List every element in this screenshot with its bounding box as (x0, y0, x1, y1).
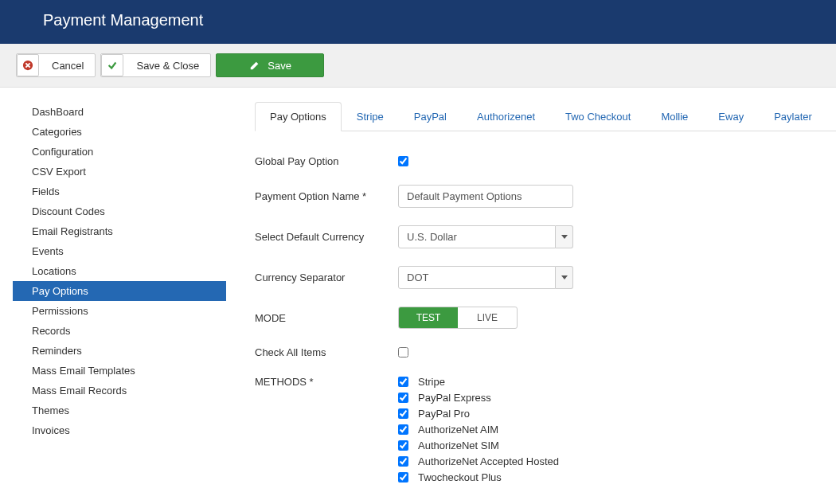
tab-mollie[interactable]: Mollie (646, 102, 703, 131)
mode-option-live[interactable]: LIVE (458, 307, 517, 328)
method-row: Stripe (398, 376, 559, 388)
method-checkbox[interactable] (398, 472, 408, 483)
tab-stripe[interactable]: Stripe (342, 102, 399, 131)
tabs-bar: Pay OptionsStripePayPalAuthorizenetTwo C… (255, 102, 836, 131)
save-close-button[interactable]: Save & Close (100, 53, 211, 77)
method-label: PayPal Pro (418, 408, 470, 420)
method-label: Twocheckout Plus (418, 471, 502, 483)
sidebar-item-invoices[interactable]: Invoices (13, 420, 226, 440)
action-toolbar: Cancel Save & Close Save (0, 44, 836, 88)
sidebar-item-locations[interactable]: Locations (13, 261, 226, 281)
sidebar-item-fields[interactable]: Fields (13, 182, 226, 201)
tab-paypal[interactable]: PayPal (399, 102, 462, 131)
tab-paylater[interactable]: Paylater (759, 102, 827, 131)
sidebar-item-email-registrants[interactable]: Email Registrants (13, 221, 226, 241)
separator-label: Currency Separator (255, 272, 398, 283)
payment-name-label: Payment Option Name * (255, 190, 398, 202)
method-row: PayPal Pro (398, 408, 559, 420)
save-close-label: Save & Close (136, 60, 199, 72)
sidebar: DashBoardCategoriesConfigurationCSV Expo… (0, 88, 239, 504)
method-checkbox[interactable] (398, 424, 408, 435)
method-label: AuthorizeNet AIM (418, 424, 498, 436)
method-row: AuthorizeNet SIM (398, 440, 559, 451)
methods-list: StripePayPal ExpressPayPal ProAuthorizeN… (398, 376, 559, 483)
currency-label: Select Default Currency (255, 231, 398, 243)
method-label: PayPal Express (418, 392, 491, 404)
method-label: AuthorizeNet SIM (418, 440, 499, 451)
method-checkbox[interactable] (398, 440, 408, 451)
cancel-icon (17, 54, 39, 76)
tab-pay-options[interactable]: Pay Options (255, 102, 342, 131)
method-label: Stripe (418, 376, 445, 388)
method-row: AuthorizeNet Accepted Hosted (398, 455, 559, 467)
edit-icon (248, 59, 261, 72)
page-header: Payment Management (0, 0, 836, 44)
method-checkbox[interactable] (398, 377, 408, 387)
sidebar-item-themes[interactable]: Themes (13, 400, 226, 420)
save-button[interactable]: Save (216, 53, 324, 77)
currency-value: U.S. Dollar (398, 225, 556, 248)
sidebar-item-pay-options[interactable]: Pay Options (13, 281, 226, 301)
sidebar-item-permissions[interactable]: Permissions (13, 301, 226, 321)
global-pay-checkbox[interactable] (398, 156, 408, 166)
chevron-down-icon[interactable] (556, 225, 573, 248)
currency-select[interactable]: U.S. Dollar (398, 225, 573, 248)
sidebar-item-discount-codes[interactable]: Discount Codes (13, 201, 226, 221)
sidebar-item-dashboard[interactable]: DashBoard (13, 102, 226, 122)
tab-eway[interactable]: Eway (703, 102, 759, 131)
sidebar-item-records[interactable]: Records (13, 321, 226, 341)
method-row: Twocheckout Plus (398, 471, 559, 483)
method-checkbox[interactable] (398, 393, 408, 403)
sidebar-item-configuration[interactable]: Configuration (13, 142, 226, 162)
checkall-label: Check All Items (255, 346, 398, 358)
separator-select[interactable]: DOT (398, 266, 573, 289)
method-label: AuthorizeNet Accepted Hosted (418, 455, 559, 467)
page-title: Payment Management (43, 11, 203, 29)
save-label: Save (268, 60, 291, 72)
main-panel: Pay OptionsStripePayPalAuthorizenetTwo C… (239, 88, 836, 504)
separator-value: DOT (398, 266, 556, 289)
tab-two-checkout[interactable]: Two Checkout (550, 102, 646, 131)
cancel-button[interactable]: Cancel (16, 53, 96, 77)
payment-name-input[interactable] (398, 185, 573, 208)
pay-options-form: Global Pay Option Payment Option Name * … (255, 131, 836, 483)
cancel-label: Cancel (52, 60, 84, 72)
method-row: AuthorizeNet AIM (398, 424, 559, 436)
tab-authorizenet[interactable]: Authorizenet (462, 102, 550, 131)
check-icon (101, 54, 123, 76)
sidebar-item-reminders[interactable]: Reminders (13, 341, 226, 361)
mode-option-test[interactable]: TEST (399, 307, 458, 328)
sidebar-item-mass-email-records[interactable]: Mass Email Records (13, 381, 226, 400)
chevron-down-icon[interactable] (556, 266, 573, 289)
sidebar-item-csv-export[interactable]: CSV Export (13, 162, 226, 182)
checkall-checkbox[interactable] (398, 347, 408, 357)
mode-label: MODE (255, 312, 398, 324)
method-row: PayPal Express (398, 392, 559, 404)
method-checkbox[interactable] (398, 408, 408, 419)
method-checkbox[interactable] (398, 456, 408, 467)
mode-toggle: TESTLIVE (398, 307, 518, 329)
sidebar-item-events[interactable]: Events (13, 241, 226, 261)
methods-label: METHODS * (255, 376, 398, 388)
global-pay-label: Global Pay Option (255, 155, 398, 167)
sidebar-item-categories[interactable]: Categories (13, 122, 226, 142)
sidebar-item-mass-email-templates[interactable]: Mass Email Templates (13, 361, 226, 381)
